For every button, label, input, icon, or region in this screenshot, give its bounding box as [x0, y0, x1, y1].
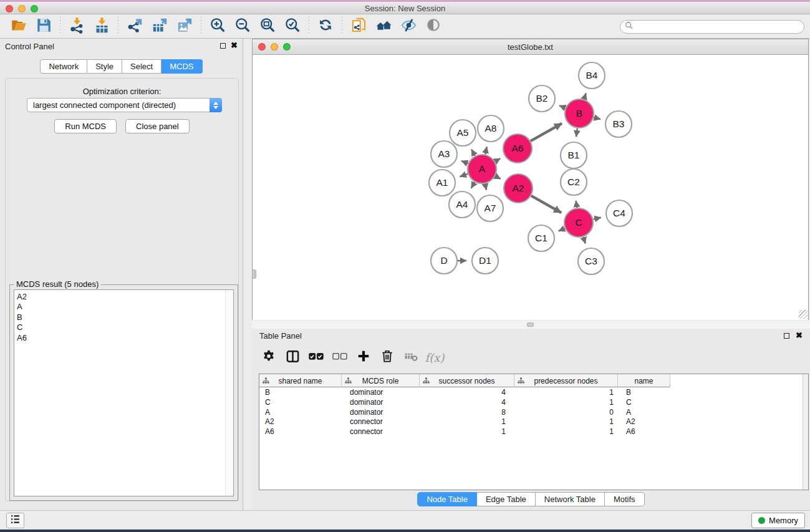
open-session-button[interactable] [6, 16, 31, 36]
network-horizontal-scrollbar[interactable] [252, 321, 810, 329]
graph-edge-C-C4[interactable] [593, 218, 600, 220]
table-row[interactable]: Adominator80A [259, 408, 808, 418]
float-panel-icon[interactable] [220, 43, 226, 49]
table-settings-button[interactable] [258, 347, 279, 368]
graph-node-C2[interactable]: C2 [561, 169, 587, 195]
graph-node-A8[interactable]: A8 [478, 115, 504, 142]
graph-node-C[interactable]: C [564, 208, 593, 237]
result-item[interactable]: A [17, 302, 233, 312]
graph-node-C1[interactable]: C1 [528, 225, 554, 251]
tab-style[interactable]: Style [87, 59, 122, 74]
apply-layout-button[interactable] [313, 16, 338, 36]
delete-table-button[interactable] [400, 347, 422, 368]
resize-grip-icon[interactable] [799, 310, 808, 319]
graph-edge-A6-B[interactable] [531, 123, 562, 141]
column-header-successor-nodes[interactable]: successor nodes [420, 374, 514, 387]
graph-node-B[interactable]: B [565, 99, 594, 128]
graph-node-D1[interactable]: D1 [472, 248, 498, 274]
graph-node-A[interactable]: A [468, 155, 496, 183]
hide-selected-button[interactable] [396, 16, 421, 36]
delete-columns-button[interactable] [377, 347, 398, 368]
search-input[interactable] [634, 21, 804, 32]
graph-edge-B-B3[interactable] [594, 117, 600, 119]
export-image-button[interactable] [172, 16, 197, 36]
zoom-out-button[interactable] [230, 16, 255, 36]
close-panel-icon[interactable]: ✖ [231, 41, 238, 50]
graph-edge-C-C2[interactable] [576, 201, 577, 208]
search-field[interactable] [620, 20, 804, 34]
table-row[interactable]: A6connector11A6 [259, 427, 808, 437]
close-panel-button[interactable]: Close panel [125, 119, 190, 133]
column-header-predecessor-nodes[interactable]: predecessor nodes [514, 374, 618, 387]
table-row[interactable]: Cdominator41C [259, 398, 808, 408]
graph-node-B4[interactable]: B4 [579, 62, 605, 89]
graph-node-A7[interactable]: A7 [477, 195, 503, 221]
network-window-titlebar[interactable]: testGlobe.txt [253, 39, 808, 55]
graph-node-B2[interactable]: B2 [529, 85, 555, 112]
float-table-panel-icon[interactable] [784, 333, 789, 339]
network-canvas[interactable]: B4B2BB3A8A5A6A3B1AC2A1A2A4A7C4CC1C3DD1 [253, 56, 808, 320]
export-table-button[interactable] [147, 16, 172, 36]
tab-mcds[interactable]: MCDS [162, 59, 202, 74]
graph-node-D[interactable]: D [431, 248, 457, 274]
node-table[interactable]: shared nameMCDS rolesuccessor nodesprede… [259, 374, 809, 490]
graph-node-C4[interactable]: C4 [606, 200, 632, 226]
graph-edge-A-A3[interactable] [461, 161, 468, 163]
scrollbar-thumb[interactable] [527, 322, 534, 327]
graph-edge-B-B4[interactable] [584, 94, 586, 100]
result-item[interactable]: B [17, 312, 233, 322]
tab-edge-table[interactable]: Edge Table [477, 492, 536, 506]
zoom-in-button[interactable] [205, 16, 230, 36]
network-view-window[interactable]: testGlobe.txt B4B2BB3A8A5A6A3B1AC2A1A2A4… [252, 39, 809, 320]
memory-button[interactable]: Memory [751, 513, 805, 528]
select-all-columns-button[interactable] [306, 347, 327, 368]
graph-edge-A-A8[interactable] [485, 147, 487, 154]
network-vertical-scrollbar[interactable] [252, 269, 256, 279]
table-vertical-scrollbar[interactable] [803, 374, 808, 490]
graph-edge-A-A6[interactable] [495, 158, 501, 162]
result-item[interactable]: A6 [17, 333, 233, 343]
graph-node-A2[interactable]: A2 [504, 174, 533, 203]
result-scrollbar[interactable] [225, 290, 233, 496]
tab-node-table[interactable]: Node Table [417, 492, 477, 506]
tab-motifs[interactable]: Motifs [605, 492, 645, 506]
import-table-button[interactable] [89, 16, 114, 36]
new-network-from-selection-button[interactable] [346, 16, 371, 36]
mcds-result-list[interactable]: A2ABCA6 [14, 289, 234, 496]
graph-node-A3[interactable]: A3 [431, 141, 457, 167]
result-item[interactable]: C [17, 322, 233, 332]
result-item[interactable]: A2 [17, 292, 233, 302]
graph-edge-B-B2[interactable] [559, 105, 566, 108]
tab-select[interactable]: Select [122, 59, 162, 74]
table-row[interactable]: A2connector11A2 [259, 417, 808, 427]
tab-network-table[interactable]: Network Table [536, 492, 605, 506]
graph-edge-A-A7[interactable] [485, 184, 486, 190]
zoom-selected-button[interactable] [280, 16, 305, 36]
graph-edge-A2-C[interactable] [531, 196, 561, 213]
zoom-fit-button[interactable] [255, 16, 280, 36]
graph-edge-C-C1[interactable] [559, 228, 565, 231]
criterion-dropdown[interactable]: largest connected component (directed) [27, 98, 222, 112]
run-mcds-button[interactable]: Run MCDS [54, 119, 117, 133]
create-column-button[interactable] [353, 347, 374, 368]
column-header-MCDS-role[interactable]: MCDS role [342, 374, 420, 387]
function-builder-button[interactable]: f(x) [424, 347, 445, 368]
close-table-panel-icon[interactable]: ✖ [796, 331, 803, 340]
import-network-button[interactable] [64, 16, 89, 36]
table-row[interactable]: Bdominator41B [259, 388, 808, 398]
column-header-name[interactable]: name [618, 374, 670, 387]
graph-node-A4[interactable]: A4 [449, 191, 475, 218]
session-titlebar[interactable]: Session: New Session [0, 2, 810, 14]
show-all-nodes-button[interactable] [371, 16, 396, 36]
graph-edge-A-A1[interactable] [460, 174, 468, 177]
network-graph[interactable]: B4B2BB3A8A5A6A3B1AC2A1A2A4A7C4CC1C3DD1 [253, 56, 808, 320]
tab-network[interactable]: Network [40, 59, 87, 74]
graph-edge-A-A4[interactable] [471, 182, 475, 188]
show-hidden-button[interactable] [421, 16, 446, 36]
graph-edge-A-A2[interactable] [495, 176, 501, 179]
save-session-button[interactable] [31, 16, 56, 36]
show-columns-button[interactable] [282, 347, 303, 368]
graph-node-B3[interactable]: B3 [605, 111, 632, 137]
column-header-shared-name[interactable]: shared name [259, 374, 342, 387]
graph-node-A5[interactable]: A5 [450, 120, 476, 146]
